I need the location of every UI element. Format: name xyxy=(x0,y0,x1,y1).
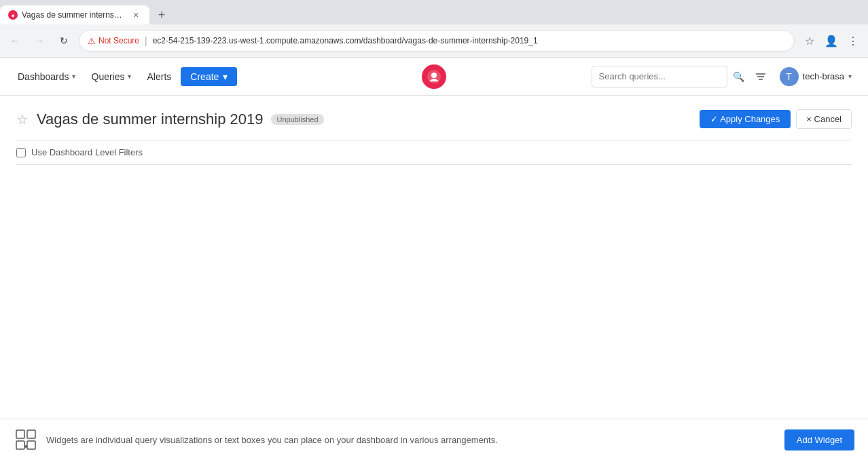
user-chevron-icon: ▾ xyxy=(848,73,852,80)
tab-favicon: ♦ xyxy=(8,10,18,20)
url-text: ec2-54-215-139-223.us-west-1.compute.ama… xyxy=(153,36,786,45)
svg-point-3 xyxy=(431,73,437,78)
address-bar: ← → ↻ ⚠ Not Secure | ec2-54-215-139-223.… xyxy=(0,24,868,57)
app-logo xyxy=(422,64,446,89)
create-label: Create xyxy=(190,71,219,82)
profile-button[interactable]: 👤 xyxy=(822,31,841,50)
search-input[interactable] xyxy=(599,71,720,81)
active-tab[interactable]: ♦ Vagas de summer internship 2... × xyxy=(0,5,149,24)
apply-changes-button[interactable]: ✓ Apply Changes xyxy=(700,110,791,128)
dashboard-header: ☆ Vagas de summer internship 2019 Unpubl… xyxy=(16,109,852,129)
url-bar[interactable]: ⚠ Not Secure | ec2-54-215-139-223.us-wes… xyxy=(79,30,795,52)
logo-circle xyxy=(422,64,446,89)
user-menu-button[interactable]: T tech-brasa ▾ xyxy=(774,64,857,89)
forward-button[interactable]: → xyxy=(30,31,49,50)
alerts-nav-item[interactable]: Alerts xyxy=(141,67,179,86)
search-bar[interactable] xyxy=(592,66,727,88)
user-avatar: T xyxy=(780,67,799,86)
create-chevron-icon: ▾ xyxy=(223,71,228,82)
address-bar-right: ☆ 👤 ⋮ xyxy=(800,31,863,50)
queries-nav-item[interactable]: Queries ▾ xyxy=(85,67,138,86)
dashboard-title: Vagas de summer internship 2019 xyxy=(37,111,263,128)
back-button[interactable]: ← xyxy=(5,31,24,50)
app-nav: Dashboards ▾ Queries ▾ Alerts Create ▾ 🔍 xyxy=(0,58,868,96)
browser-menu-button[interactable]: ⋮ xyxy=(844,31,863,50)
browser-chrome: ♦ Vagas de summer internship 2... × + ← … xyxy=(0,0,868,58)
header-actions: ✓ Apply Changes × Cancel xyxy=(700,109,852,129)
filter-row: Use Dashboard Level Filters xyxy=(16,140,852,165)
unpublished-badge: Unpublished xyxy=(271,114,323,125)
new-tab-button[interactable]: + xyxy=(152,5,171,24)
reload-button[interactable]: ↻ xyxy=(54,31,73,50)
filter-icon-button[interactable] xyxy=(750,66,772,88)
cancel-button[interactable]: × Cancel xyxy=(796,109,852,129)
tab-bar: ♦ Vagas de summer internship 2... × + xyxy=(0,0,868,24)
queries-label: Queries xyxy=(92,71,125,82)
search-icon-button[interactable]: 🔍 xyxy=(730,69,747,85)
dashboard-filter-checkbox[interactable] xyxy=(16,148,26,157)
dashboards-label: Dashboards xyxy=(18,71,69,82)
favorite-button[interactable]: ☆ xyxy=(16,111,29,128)
user-name-label: tech-brasa xyxy=(803,71,844,81)
dashboards-nav-item[interactable]: Dashboards ▾ xyxy=(11,67,82,86)
dashboard-title-area: ☆ Vagas de summer internship 2019 Unpubl… xyxy=(16,111,324,128)
logo-icon xyxy=(427,69,441,84)
create-button[interactable]: Create ▾ xyxy=(181,67,237,86)
queries-chevron-icon: ▾ xyxy=(128,73,131,80)
star-page-button[interactable]: ☆ xyxy=(800,31,819,50)
filter-label: Use Dashboard Level Filters xyxy=(31,147,143,157)
not-secure-label: Not Secure xyxy=(98,36,139,45)
filter-icon xyxy=(755,71,767,83)
tab-close-button[interactable]: × xyxy=(130,9,141,20)
warning-icon: ⚠ xyxy=(88,36,96,46)
url-separator: | xyxy=(145,35,147,46)
tab-title: Vagas de summer internship 2... xyxy=(22,10,126,20)
alerts-label: Alerts xyxy=(147,71,172,82)
dashboards-chevron-icon: ▾ xyxy=(72,73,75,80)
not-secure-indicator: ⚠ Not Secure xyxy=(88,36,139,46)
dashboard-content: ☆ Vagas de summer internship 2019 Unpubl… xyxy=(0,96,868,178)
svg-text:♦: ♦ xyxy=(12,12,15,19)
